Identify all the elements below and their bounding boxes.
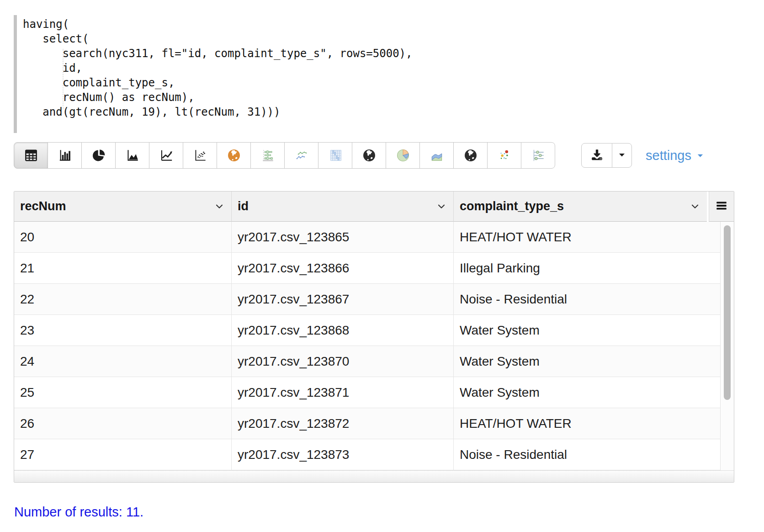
table-footer (14, 470, 734, 482)
code-line: search(nyc311, fl="id, complaint_type_s"… (23, 46, 413, 61)
code-line: complaint_type_s, (23, 75, 413, 90)
heatmap-grid-icon (328, 148, 343, 163)
column-header-complaint_type_s[interactable]: complaint_type_s (454, 192, 707, 222)
cell-id: yr2017.csv_123871 (232, 377, 454, 408)
cell-complaint_type_s: HEAT/HOT WATER (454, 408, 720, 439)
cell-id: yr2017.csv_123870 (232, 346, 454, 377)
orange-globe-icon (226, 148, 242, 163)
viz-button-dark-globe-map[interactable] (352, 142, 386, 169)
column-header-label: id (238, 199, 249, 213)
cell-id: yr2017.csv_123865 (232, 222, 454, 252)
cell-id: yr2017.csv_123866 (232, 253, 454, 283)
download-button-group (581, 143, 632, 168)
download-icon (589, 147, 605, 164)
cell-complaint_type_s: HEAT/HOT WATER (454, 222, 720, 252)
bar-chart-icon (57, 148, 73, 163)
table-row[interactable]: 22yr2017.csv_123867Noise - Residential (14, 284, 720, 315)
viz-button-sparklines[interactable] (284, 142, 318, 169)
viz-button-bubble-matrix[interactable] (250, 142, 285, 169)
table-row[interactable]: 23yr2017.csv_123868Water System (14, 315, 720, 346)
viz-button-color-area[interactable] (419, 142, 454, 169)
caret-down-icon (617, 150, 626, 161)
cell-complaint_type_s: Illegal Parking (454, 253, 720, 283)
cell-complaint_type_s: Noise - Residential (454, 284, 720, 314)
column-header-id[interactable]: id (232, 192, 454, 222)
color-scatter-icon (497, 148, 512, 163)
visualization-toolbar: settings (0, 142, 764, 169)
scatter-plot-icon (192, 148, 208, 163)
cell-id: yr2017.csv_123872 (232, 408, 454, 439)
download-button[interactable] (581, 143, 612, 168)
download-dropdown-button[interactable] (612, 143, 632, 168)
table-row[interactable]: 27yr2017.csv_123873Noise - Residential (14, 439, 720, 470)
table-icon (23, 148, 39, 163)
sparklines-icon (294, 148, 309, 163)
viz-button-sliders[interactable] (521, 142, 555, 169)
cell-recNum: 23 (14, 315, 232, 346)
bubble-matrix-icon (260, 148, 276, 163)
code-line: select( (23, 32, 413, 46)
settings-label: settings (646, 148, 691, 163)
chevron-down-icon[interactable] (436, 201, 447, 212)
settings-caret-icon (696, 148, 705, 163)
cell-recNum: 25 (14, 377, 232, 408)
table-row[interactable]: 21yr2017.csv_123866Illegal Parking (14, 253, 720, 284)
table-row[interactable]: 26yr2017.csv_123872HEAT/HOT WATER (14, 408, 720, 439)
cell-recNum: 24 (14, 346, 232, 377)
cell-complaint_type_s: Water System (454, 315, 720, 346)
pie-chart-icon (91, 148, 106, 163)
table-row[interactable]: 25yr2017.csv_123871Water System (14, 377, 720, 408)
sliders-icon (531, 148, 546, 163)
viz-button-color-pie[interactable] (386, 142, 420, 169)
columns-menu-button[interactable] (709, 192, 734, 222)
cell-id: yr2017.csv_123873 (232, 439, 454, 470)
table-row[interactable]: 24yr2017.csv_123870Water System (14, 346, 720, 377)
cell-complaint_type_s: Water System (454, 346, 720, 377)
column-header-label: recNum (20, 199, 66, 213)
viz-button-group (14, 142, 555, 169)
cell-recNum: 22 (14, 284, 232, 314)
viz-button-dark-globe-map-2[interactable] (453, 142, 488, 169)
viz-button-orange-globe-map[interactable] (217, 142, 251, 169)
viz-button-area-chart[interactable] (115, 142, 149, 169)
viz-button-line-chart[interactable] (149, 142, 183, 169)
cell-complaint_type_s: Noise - Residential (454, 439, 720, 470)
chevron-down-icon[interactable] (690, 201, 700, 212)
table-header: recNumidcomplaint_type_s (14, 192, 734, 222)
viz-button-scatter-plot[interactable] (183, 142, 217, 169)
viz-button-table[interactable] (14, 142, 48, 169)
viz-button-color-scatter[interactable] (487, 142, 521, 169)
cell-recNum: 26 (14, 408, 232, 439)
settings-dropdown[interactable]: settings (646, 142, 705, 169)
viz-button-pie-chart[interactable] (81, 142, 116, 169)
area-chart-icon (125, 148, 140, 163)
cell-complaint_type_s: Water System (454, 377, 720, 408)
code-line: having( (23, 17, 413, 32)
dark-globe-icon (361, 148, 377, 163)
line-chart-icon (159, 148, 174, 163)
results-count: Number of results: 11. (14, 505, 143, 520)
cell-id: yr2017.csv_123867 (232, 284, 454, 314)
expression-code[interactable]: having( select( search(nyc311, fl="id, c… (23, 17, 413, 119)
table-scrollbar[interactable] (720, 222, 734, 470)
code-line: and(gt(recNum, 19), lt(recNum, 31))) (23, 105, 413, 119)
code-gutter-bar (14, 15, 17, 133)
hamburger-menu-icon (715, 199, 728, 214)
scrollbar-thumb[interactable] (724, 225, 731, 400)
code-line: recNum() as recNum), (23, 90, 413, 105)
cell-id: yr2017.csv_123868 (232, 315, 454, 346)
table-body: 20yr2017.csv_123865HEAT/HOT WATER21yr201… (14, 222, 734, 470)
chevron-down-icon[interactable] (214, 201, 225, 212)
column-header-recNum[interactable]: recNum (14, 192, 232, 222)
color-area-icon (429, 148, 445, 163)
cell-recNum: 20 (14, 222, 232, 252)
code-line: id, (23, 61, 413, 75)
dark-globe-2-icon (463, 148, 478, 163)
column-header-label: complaint_type_s (460, 199, 564, 213)
query-code-block[interactable]: having( select( search(nyc311, fl="id, c… (14, 15, 617, 133)
table-row[interactable]: 20yr2017.csv_123865HEAT/HOT WATER (14, 222, 720, 253)
viz-button-heatmap-grid[interactable] (318, 142, 352, 169)
viz-button-bar-chart[interactable] (48, 142, 82, 169)
cell-recNum: 21 (14, 253, 232, 283)
results-table: recNumidcomplaint_type_s 20yr2017.csv_12… (14, 191, 734, 483)
